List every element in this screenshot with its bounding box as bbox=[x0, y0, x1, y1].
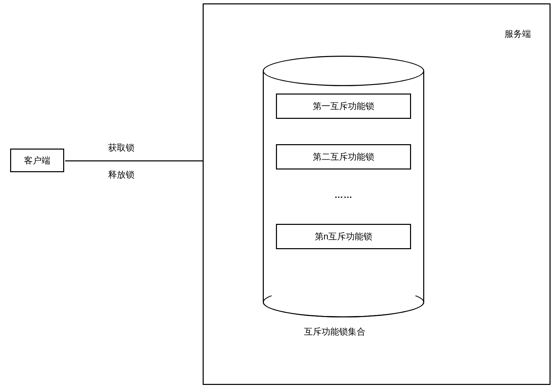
arrow-label-acquire: 获取锁 bbox=[108, 142, 134, 154]
lock-item: 第n互斥功能锁 bbox=[276, 224, 411, 249]
collection-label: 互斥功能锁集合 bbox=[304, 326, 365, 338]
lock-collection-cylinder: 第一互斥功能锁 第二互斥功能锁 …… 第n互斥功能锁 bbox=[263, 56, 424, 317]
server-title: 服务端 bbox=[505, 28, 531, 40]
lock-item: 第一互斥功能锁 bbox=[276, 94, 411, 119]
client-label: 客户端 bbox=[24, 155, 50, 166]
lock-list: 第一互斥功能锁 第二互斥功能锁 …… 第n互斥功能锁 bbox=[263, 94, 424, 249]
cylinder-top bbox=[263, 56, 424, 86]
diagram-canvas: 客户端 获取锁 释放锁 服务端 第一互斥功能锁 第二互斥功能锁 …… 第n互斥功… bbox=[0, 0, 560, 392]
ellipsis: …… bbox=[334, 190, 353, 200]
lock-label: 第n互斥功能锁 bbox=[315, 231, 372, 242]
lock-label: 第二互斥功能锁 bbox=[313, 151, 374, 163]
lock-label: 第一互斥功能锁 bbox=[313, 100, 374, 112]
lock-item: 第二互斥功能锁 bbox=[276, 144, 411, 169]
client-box: 客户端 bbox=[10, 149, 64, 172]
arrow-label-release: 释放锁 bbox=[108, 169, 134, 181]
